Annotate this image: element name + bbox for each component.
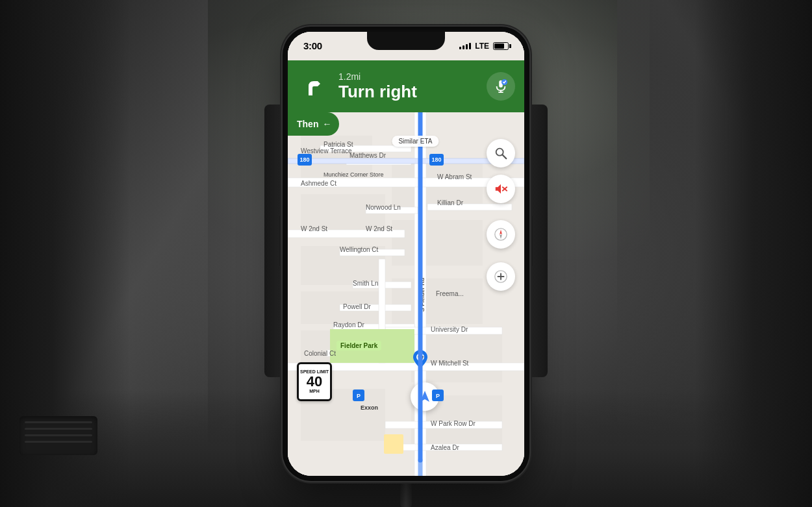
zoom-plus-icon [494, 269, 508, 284]
mic-icon [494, 79, 508, 93]
nav-distance: 1.2mi [338, 71, 479, 82]
street-label-parkrow: W Park Row Dr [431, 420, 476, 427]
scene: W Abram St Killian Dr Westview Terrace A… [0, 0, 812, 507]
svg-text:P: P [436, 393, 440, 399]
street-label-university: University Dr [431, 326, 468, 333]
street-label-w2nd-1: W 2nd St [301, 225, 327, 232]
street-label-ashmede: Ashmede Ct [301, 180, 336, 187]
svg-marker-53 [420, 391, 429, 402]
mute-icon [494, 182, 508, 196]
phone-mount: W Abram St Killian Dr Westview Terrace A… [283, 27, 529, 481]
search-button[interactable] [487, 139, 515, 167]
turn-right-arrow [299, 72, 328, 101]
svg-text:🎓: 🎓 [417, 354, 425, 362]
street-label-fielder: S Fielder Rd [419, 277, 425, 312]
compass-button[interactable] [487, 220, 515, 249]
svg-marker-36 [496, 184, 501, 193]
street-label-w2nd-2: W 2nd St [366, 225, 392, 232]
then-bar: Then ← [288, 112, 339, 136]
search-icon [494, 146, 508, 160]
signal-bar-2 [463, 45, 464, 49]
street-label-norwood: Norwood Ln [366, 204, 401, 211]
turn-arrow-box [297, 69, 331, 103]
gas-station-exxon: P [353, 390, 364, 401]
right-panel [695, 0, 812, 507]
status-icons: LTE [459, 42, 509, 51]
street-label-smith: Smith Ln [353, 280, 378, 287]
compass-icon [494, 227, 508, 241]
svg-text:P: P [357, 393, 361, 399]
road-shield-180-left: 180 [298, 154, 312, 166]
svg-rect-33 [384, 434, 403, 454]
street-label-colonial: Colonial Ct [304, 350, 336, 357]
gas-icon: P [355, 391, 362, 399]
phone-frame: W Abram St Killian Dr Westview Terrace A… [283, 27, 529, 481]
mute-button[interactable] [487, 175, 515, 203]
signal-bar-4 [469, 43, 471, 49]
speed-limit-sign: SPEED LIMIT 40 MPH [297, 362, 332, 401]
nav-info: 1.2mi Turn right [338, 71, 479, 101]
gas-station-right: P [432, 390, 444, 401]
signal-bar-3 [466, 44, 468, 49]
poi-munchiez: Munchiez Corner Store [324, 171, 384, 178]
vent-left [19, 416, 97, 455]
street-label-killian: Killian Dr [437, 199, 463, 206]
battery-icon [493, 42, 509, 50]
street-label-abram: W Abram St [437, 173, 472, 180]
park-label: Fielder Park [336, 341, 381, 351]
lte-label: LTE [475, 42, 489, 51]
street-label-freeman: Freema... [436, 290, 464, 297]
street-label-powell: Powell Dr [343, 303, 371, 310]
location-arrow-icon [417, 389, 433, 404]
then-label: Then [297, 119, 318, 129]
status-time: 3:00 [303, 40, 322, 51]
phone-screen: W Abram St Killian Dr Westview Terrace A… [288, 32, 524, 476]
street-label-raydon: Raydon Dr [333, 321, 364, 328]
signal-bar-1 [459, 47, 461, 49]
zoom-plus-button[interactable] [487, 262, 515, 291]
battery-fill [494, 43, 504, 49]
svg-line-35 [503, 155, 507, 158]
gas-icon-3: P [434, 391, 442, 399]
svg-rect-7 [392, 220, 483, 266]
school-pin: 🎓 [413, 350, 427, 371]
street-label-azalea: Azalea Dr [431, 444, 459, 451]
school-pin-icon: 🎓 [413, 350, 427, 368]
mic-button[interactable] [487, 72, 515, 101]
street-label-patricia: Patricia St [324, 141, 353, 148]
street-label-mitchell: W Mitchell St [431, 360, 468, 367]
nav-instruction: Turn right [338, 82, 479, 101]
road-shield-180-right: 180 [429, 154, 444, 166]
street-label-matthews: Matthews Dr [349, 152, 386, 159]
then-arrow: ← [322, 119, 331, 129]
signal-bars [459, 43, 471, 49]
exxon-label: Exxon [361, 404, 378, 411]
navigation-bar: 1.2mi Turn right [288, 60, 524, 112]
phone-notch [367, 32, 445, 50]
street-label-wellington: Wellington Ct [340, 246, 378, 253]
similar-eta-banner: Similar ETA [392, 136, 438, 147]
